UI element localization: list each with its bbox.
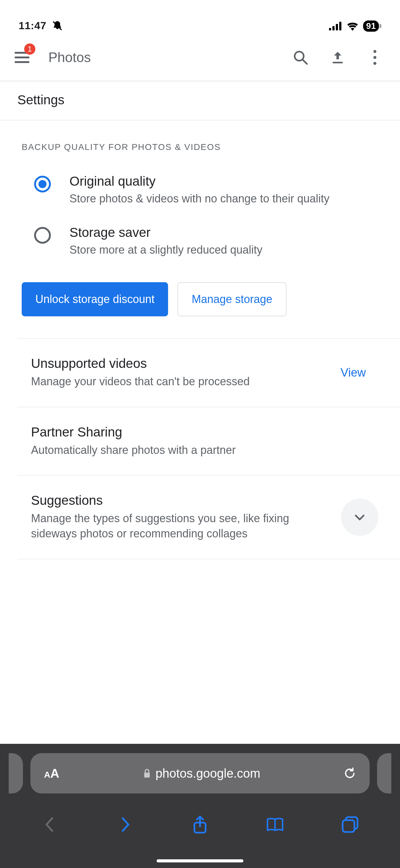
- chevron-down-icon: [353, 510, 367, 524]
- manage-storage-button[interactable]: Manage storage: [177, 282, 287, 316]
- reload-icon: [343, 767, 356, 779]
- svg-point-13: [373, 62, 376, 65]
- wifi-icon: [346, 22, 359, 31]
- svg-point-11: [373, 50, 376, 53]
- row-desc: Manage the types of suggestions you see,…: [31, 511, 329, 541]
- row-suggestions[interactable]: Suggestions Manage the types of suggesti…: [0, 475, 400, 558]
- section-heading-backup: BACKUP QUALITY FOR PHOTOS & VIDEOS: [0, 120, 400, 164]
- radio-selected-icon: [34, 176, 51, 192]
- book-icon: [266, 816, 284, 833]
- row-desc: Automatically share photos with a partne…: [31, 443, 378, 458]
- svg-rect-3: [336, 24, 338, 30]
- tabs-button[interactable]: [338, 812, 363, 837]
- view-link[interactable]: View: [328, 366, 378, 379]
- app-bar: 1 Photos: [0, 34, 400, 81]
- row-desc: Manage your videos that can't be process…: [31, 374, 316, 389]
- svg-rect-10: [333, 62, 343, 63]
- reader-aa-button[interactable]: AA: [44, 767, 59, 780]
- overflow-button[interactable]: [361, 43, 389, 71]
- host-text: photos.google.com: [156, 767, 261, 780]
- chevron-left-icon: [44, 816, 56, 833]
- safari-toolbar: [0, 803, 400, 846]
- share-button[interactable]: [188, 812, 212, 837]
- app-title: Photos: [48, 50, 91, 65]
- radio-unselected-icon: [34, 227, 51, 244]
- svg-line-9: [303, 60, 307, 64]
- backup-option-saver[interactable]: Storage saver Store more at a slightly r…: [0, 216, 400, 267]
- ios-status-bar: 11:47 91: [0, 0, 400, 34]
- svg-rect-1: [329, 28, 331, 30]
- svg-rect-6: [14, 57, 29, 58]
- upload-icon: [330, 50, 345, 65]
- divider: [18, 559, 400, 559]
- svg-rect-4: [339, 22, 341, 30]
- share-icon: [192, 815, 208, 834]
- option-desc: Store more at a slightly reduced quality: [69, 243, 262, 258]
- row-title: Suggestions: [31, 493, 329, 508]
- expand-button[interactable]: [341, 499, 378, 536]
- silent-bell-icon: [52, 20, 63, 31]
- lock-icon: [143, 768, 151, 778]
- battery-level: 91: [363, 21, 379, 32]
- prev-tab-peek[interactable]: [9, 753, 23, 794]
- row-partner-sharing[interactable]: Partner Sharing Automatically share phot…: [0, 407, 400, 475]
- backup-button-row: Unlock storage discount Manage storage: [0, 267, 400, 338]
- unlock-discount-button[interactable]: Unlock storage discount: [22, 282, 168, 316]
- next-tab-peek[interactable]: [377, 753, 391, 794]
- backup-option-original[interactable]: Original quality Store photos & videos w…: [0, 164, 400, 216]
- svg-rect-14: [144, 773, 149, 778]
- row-unsupported-videos[interactable]: Unsupported videos Manage your videos th…: [0, 339, 400, 407]
- status-right: 91: [329, 21, 381, 32]
- tabs-icon: [341, 816, 359, 833]
- home-indicator: [157, 859, 243, 862]
- row-title: Partner Sharing: [31, 425, 378, 440]
- svg-rect-2: [332, 26, 335, 30]
- more-vert-icon: [373, 50, 377, 65]
- page-subtitle: Settings: [0, 81, 400, 120]
- row-title: Unsupported videos: [31, 356, 316, 371]
- battery-tip-icon: [379, 24, 381, 28]
- status-left: 11:47: [19, 20, 63, 32]
- safari-chrome: AA photos.google.com: [0, 744, 400, 868]
- reload-button[interactable]: [343, 767, 356, 779]
- menu-button[interactable]: 1: [11, 46, 33, 68]
- search-button[interactable]: [287, 43, 314, 71]
- search-icon: [293, 50, 308, 65]
- cellular-signal-icon: [329, 22, 342, 30]
- forward-button[interactable]: [112, 812, 137, 837]
- svg-rect-7: [14, 61, 29, 63]
- option-desc: Store photos & videos with no change to …: [69, 191, 330, 207]
- status-time: 11:47: [19, 20, 46, 32]
- back-button[interactable]: [37, 812, 62, 837]
- address-host: photos.google.com: [59, 767, 343, 780]
- menu-badge: 1: [24, 43, 35, 55]
- upload-button[interactable]: [324, 43, 352, 71]
- bookmarks-button[interactable]: [263, 812, 288, 837]
- option-title: Storage saver: [69, 225, 262, 240]
- chevron-right-icon: [119, 816, 131, 833]
- svg-rect-18: [343, 820, 355, 832]
- address-bar[interactable]: AA photos.google.com: [30, 753, 370, 794]
- option-title: Original quality: [69, 174, 330, 189]
- svg-point-12: [373, 56, 376, 59]
